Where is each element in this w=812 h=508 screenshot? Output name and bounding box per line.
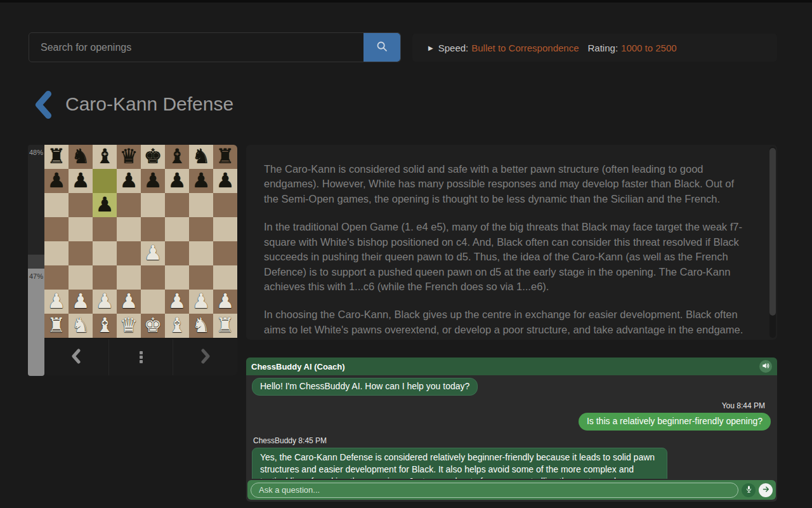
white-piece-icon: ♟	[44, 290, 69, 314]
board-square[interactable]: ♝	[165, 314, 189, 338]
board-square[interactable]: ♛	[117, 145, 141, 169]
microphone-button[interactable]	[742, 483, 756, 497]
board-square[interactable]: ♞	[189, 314, 213, 338]
board-square[interactable]: ♝	[93, 145, 117, 169]
user-message-bubble: Is this a relatively beginner-firendly o…	[579, 413, 771, 431]
chess-board[interactable]: ♜♞♝♛♚♝♞♜♟♟♟♟♟♟♟♟♟♟♟♟♟♟♟♟♜♞♝♛♚♝♞♜	[44, 145, 237, 338]
board-square[interactable]: ♞	[69, 314, 93, 338]
board-square[interactable]: ♟	[93, 290, 117, 314]
board-square[interactable]	[189, 241, 213, 265]
board-square[interactable]: ♟	[165, 169, 189, 193]
chat-messages: Hello! I'm ChessBuddy AI. How can I help…	[246, 375, 777, 479]
chat-panel: ChessBuddy AI (Coach) Hello! I'm ChessBu…	[246, 358, 777, 502]
board-square[interactable]	[93, 169, 117, 193]
white-piece-icon: ♟	[189, 290, 213, 314]
board-square[interactable]: ♟	[189, 169, 213, 193]
board-menu-button[interactable]	[108, 339, 173, 375]
white-piece-icon: ♟	[93, 290, 117, 314]
board-square[interactable]: ♟	[141, 241, 165, 265]
board-square[interactable]	[165, 241, 189, 265]
chat-question-input[interactable]	[251, 483, 738, 498]
board-square[interactable]	[44, 241, 69, 265]
board-square[interactable]	[69, 241, 93, 265]
back-button[interactable]	[32, 90, 55, 120]
board-square[interactable]: ♜	[44, 145, 69, 169]
board-square[interactable]: ♜	[213, 314, 237, 338]
board-square[interactable]	[213, 193, 237, 217]
microphone-icon	[745, 485, 753, 495]
board-square[interactable]: ♟	[117, 169, 141, 193]
board-square[interactable]: ♟	[141, 169, 165, 193]
board-square[interactable]: ♝	[165, 145, 189, 169]
board-square[interactable]: ♟	[69, 290, 93, 314]
board-square[interactable]	[213, 217, 237, 241]
board-square[interactable]	[213, 241, 237, 265]
winrate-black-label: 48%	[29, 149, 43, 156]
chevron-left-icon	[70, 349, 82, 366]
board-square[interactable]: ♚	[141, 145, 165, 169]
board-square[interactable]	[189, 265, 213, 290]
board-square[interactable]	[44, 217, 69, 241]
board-square[interactable]	[117, 241, 141, 265]
board-square[interactable]: ♟	[165, 290, 189, 314]
board-square[interactable]: ♟	[44, 169, 69, 193]
description-paragraph: In the traditional Open Game (1. e4 e5),…	[264, 220, 748, 294]
board-square[interactable]	[44, 193, 69, 217]
board-square[interactable]: ♝	[93, 314, 117, 338]
board-square[interactable]: ♟	[213, 169, 237, 193]
black-piece-icon: ♟	[189, 169, 213, 193]
board-square[interactable]: ♟	[213, 290, 237, 314]
openings-explorer-page: ▶ Speed: Bullet to Correspondence Rating…	[0, 0, 812, 508]
speaker-button[interactable]	[759, 360, 772, 373]
white-piece-icon: ♛	[117, 314, 141, 338]
board-square[interactable]	[165, 193, 189, 217]
white-piece-icon: ♟	[141, 241, 165, 265]
black-piece-icon: ♟	[165, 169, 189, 193]
board-square[interactable]: ♟	[189, 290, 213, 314]
board-square[interactable]	[165, 217, 189, 241]
board-square[interactable]: ♟	[93, 193, 117, 217]
board-square[interactable]: ♛	[117, 314, 141, 338]
winrate-draw-segment	[28, 255, 44, 269]
board-square[interactable]	[141, 217, 165, 241]
board-square[interactable]: ♜	[44, 314, 69, 338]
black-piece-icon: ♛	[117, 145, 141, 169]
board-square[interactable]	[141, 193, 165, 217]
board-square[interactable]	[117, 193, 141, 217]
filters-bar[interactable]: ▶ Speed: Bullet to Correspondence Rating…	[412, 34, 777, 62]
white-piece-icon: ♞	[189, 314, 213, 338]
board-square[interactable]	[69, 265, 93, 290]
user-message-meta: You 8:44 PM	[722, 401, 765, 410]
search-icon	[375, 39, 389, 55]
send-button[interactable]	[759, 483, 773, 497]
search-input[interactable]	[29, 33, 363, 62]
board-square[interactable]	[141, 290, 165, 314]
black-piece-icon: ♟	[93, 193, 117, 217]
board-square[interactable]	[93, 265, 117, 290]
board-square[interactable]	[189, 193, 213, 217]
speaker-icon	[761, 361, 770, 372]
board-square[interactable]: ♟	[69, 169, 93, 193]
board-square[interactable]	[69, 193, 93, 217]
board-square[interactable]	[69, 217, 93, 241]
board-square[interactable]	[189, 217, 213, 241]
board-square[interactable]: ♞	[189, 145, 213, 169]
board-square[interactable]: ♚	[141, 314, 165, 338]
board-square[interactable]: ♞	[69, 145, 93, 169]
board-square[interactable]	[117, 217, 141, 241]
search-button[interactable]	[363, 33, 400, 62]
board-square[interactable]	[93, 241, 117, 265]
board-square[interactable]	[213, 265, 237, 290]
next-move-button[interactable]	[173, 339, 237, 375]
board-square[interactable]	[165, 265, 189, 290]
board-square[interactable]	[93, 217, 117, 241]
previous-move-button[interactable]	[44, 339, 108, 375]
board-square[interactable]: ♟	[117, 290, 141, 314]
scrollbar-track[interactable]	[769, 147, 776, 338]
board-square[interactable]: ♟	[44, 290, 69, 314]
scrollbar-thumb[interactable]	[769, 148, 776, 316]
board-square[interactable]	[141, 265, 165, 290]
board-square[interactable]: ♜	[213, 145, 237, 169]
board-square[interactable]	[44, 265, 69, 290]
board-square[interactable]	[117, 265, 141, 290]
